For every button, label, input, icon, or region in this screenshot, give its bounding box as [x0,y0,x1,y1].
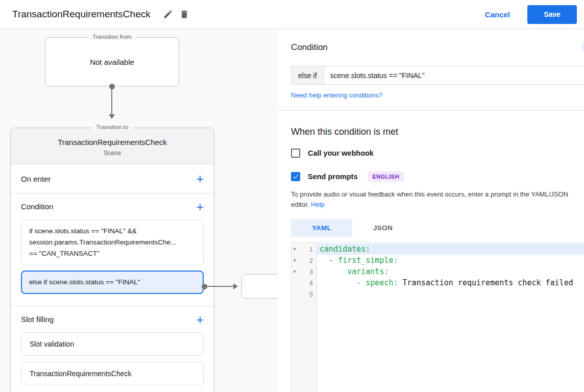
plus-icon[interactable]: + [196,174,204,184]
fold-arrow-icon[interactable]: ▾ [291,247,300,252]
on-enter-section[interactable]: On enter + [11,164,214,193]
slot-filling-section-header[interactable]: Slot filling + [11,306,214,332]
editor-code-area[interactable]: candidates: - first_simple: variants: - … [317,242,584,392]
gutter-row: 5 [291,288,317,300]
page-title: TransactionRequirementsCheck [12,9,151,20]
scene-card: Transition to TransactionRequirementsChe… [10,128,214,392]
panel-title: Condition [291,42,584,53]
condition-input-row: else if [291,66,584,85]
send-prompts-label: Send prompts [308,173,357,181]
webhook-label: Call your webhook [308,149,374,157]
delete-scene-button[interactable] [176,6,192,22]
condition-detail-panel: Condition else if Need help entering con… [277,29,584,392]
slot-filling-item[interactable]: Slot validation [21,332,204,356]
pencil-icon [163,9,173,19]
tab-yaml[interactable]: YAML [291,219,352,237]
panel-divider [277,110,584,111]
language-badge: ENGLISH [368,172,403,182]
scene-type: Scene [16,150,209,157]
editor-gutter: ▾1▾2▾345 [291,242,317,392]
scene-card-header: TransactionRequirementsCheck Scene [11,128,214,164]
line-number: 5 [300,290,317,298]
condition-label: Condition [21,202,53,211]
condition-input[interactable] [324,66,584,84]
condition-section: Condition + if scene.slots.status == "FI… [11,193,214,306]
slot-filling-section: Slot filling + Slot validationTransactio… [11,306,214,392]
transition-target-box[interactable] [241,274,277,299]
line-number: 2 [300,257,317,264]
transition-from-label: Transition from [88,34,135,40]
arrow-right-icon [233,283,238,289]
condition-section-header[interactable]: Condition + [11,193,214,219]
code-line[interactable] [317,288,584,300]
header-bar: TransactionRequirementsCheck Cancel Save [0,0,584,29]
transition-from-value: Not available [90,58,134,66]
connector-line [111,87,112,115]
condition-editor-section: Condition else if Need help entering con… [277,42,584,100]
save-button[interactable]: Save [527,5,577,24]
condition-prefix: else if [291,66,324,84]
prompt-description-text: To provide audio or visual feedback when… [291,190,568,208]
editor-tabs: YAMLJSON [291,219,584,237]
line-number: 3 [300,268,317,276]
slot-filling-label: Slot filling [21,315,54,324]
line-number: 4 [300,279,317,287]
transition-from-box: Transition from Not available [45,37,179,86]
condition-help-link[interactable]: Need help entering conditions? [291,91,382,99]
help-link[interactable]: Help [311,201,325,208]
cancel-button[interactable]: Cancel [485,10,510,19]
webhook-checkbox[interactable] [291,149,300,158]
plus-icon[interactable]: + [196,314,204,325]
condition-item-selected[interactable]: else if scene.slots.status == "FINAL" [21,271,204,294]
scene-graph-canvas: Transition from Not available Transition… [0,29,277,392]
yaml-code-editor[interactable]: ▾1▾2▾345 candidates: - first_simple: var… [291,242,584,392]
gutter-row: ▾3 [291,266,317,277]
fold-arrow-icon[interactable]: ▾ [291,269,300,274]
when-met-title: When this condition is met [291,127,584,137]
send-prompts-row: Send prompts ENGLISH [291,172,584,182]
send-prompts-checkbox[interactable] [291,172,300,181]
code-line[interactable]: - first_simple: [317,255,584,266]
transition-to-label: Transition to [92,124,133,130]
on-enter-label: On enter [21,175,51,183]
code-line[interactable]: candidates: [317,243,584,255]
connector-line [206,286,234,287]
plus-icon[interactable]: + [196,202,204,212]
gutter-row: ▾2 [291,255,317,266]
arrow-down-icon [109,114,115,119]
gutter-row: ▾1 [291,243,317,255]
slot-filling-items: Slot validationTransactionRequirementsCh… [21,332,204,385]
scene-title: TransactionRequirementsCheck [16,138,209,146]
gutter-row: 4 [291,277,317,288]
code-line[interactable]: - speech: Transaction requirements check… [317,277,584,288]
when-met-section: When this condition is met Call your web… [277,127,584,392]
line-number: 1 [300,246,317,253]
trash-icon [179,9,189,19]
webhook-row: Call your webhook [291,149,584,158]
prompt-description: To provide audio or visual feedback when… [291,189,584,210]
check-icon [292,173,299,180]
edit-scene-button[interactable] [160,6,176,22]
condition-items: if scene.slots.status == "FINAL" &&sessi… [21,219,204,294]
fold-arrow-icon[interactable]: ▾ [291,258,300,263]
tab-json[interactable]: JSON [352,219,413,237]
condition-item[interactable]: if scene.slots.status == "FINAL" &&sessi… [21,219,204,265]
slot-filling-item[interactable]: TransactionRequirementsCheck [21,362,204,385]
code-line[interactable]: variants: [317,266,584,277]
main-area: Transition from Not available Transition… [0,29,584,392]
